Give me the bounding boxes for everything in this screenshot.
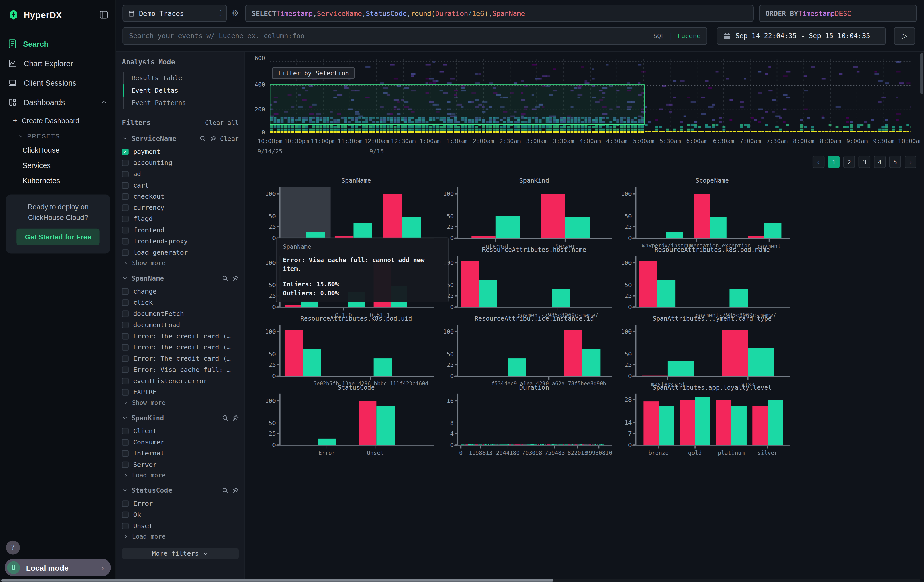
presets-toggle[interactable]: PRESETS [0,129,116,143]
inlier-bar[interactable] [390,286,407,307]
filter-checkbox-row[interactable]: documentLoad [122,319,239,330]
inlier-bar[interactable] [768,400,783,445]
mode-lucene-toggle[interactable]: Lucene [677,32,701,40]
outlier-bar[interactable] [639,261,657,307]
pagination-page-3[interactable]: 3 [858,156,870,168]
facet-pin-icon[interactable] [232,487,239,494]
filter-group-title[interactable]: ServiceName [131,134,176,143]
inlier-bar[interactable] [508,359,526,376]
outlier-bar[interactable] [748,236,765,238]
filter-checkbox-row[interactable]: flagd [122,213,239,224]
sidebar-item-search[interactable]: Search [0,34,116,54]
outlier-bar[interactable] [383,194,402,238]
filter-checkbox-row[interactable]: cart [122,180,239,190]
clear-all-button[interactable]: Clear all [205,119,239,126]
chart-plot[interactable]: 10050250@hyperdx/instrumentation-excepti… [636,190,787,238]
outlier-bar[interactable] [284,304,301,307]
chevron-down-icon[interactable] [122,275,128,281]
filter-checkbox-row[interactable]: change [122,286,239,297]
checkbox-unchecked[interactable] [122,355,129,362]
outlier-bar[interactable] [541,194,566,238]
inlier-bar[interactable] [748,348,774,376]
filter-checkbox-row[interactable]: Error: Visa cache full: … [122,364,239,375]
show-more-button[interactable]: Show more [123,259,239,267]
filter-checkbox-row[interactable]: documentFetch [122,308,239,319]
heatmap-selection-region[interactable] [270,84,645,125]
filter-checkbox-row[interactable]: frontend-proxy [122,236,239,246]
filter-checkbox-row[interactable]: Ok [122,509,239,520]
filter-checkbox-row[interactable]: Client [122,425,239,436]
checkbox-unchecked[interactable] [122,193,129,199]
mode-sql-toggle[interactable]: SQL [653,32,665,40]
facet-search-icon[interactable] [200,135,206,142]
filter-by-selection-button[interactable]: Filter by Selection [272,67,355,79]
inlier-bar[interactable] [479,280,497,307]
filter-checkbox-row[interactable]: accounting [122,157,239,168]
checkbox-unchecked[interactable] [122,461,129,468]
checkbox-unchecked[interactable] [122,182,129,188]
facet-search-icon[interactable] [222,275,229,282]
checkbox-unchecked[interactable] [122,288,129,295]
preset-link-clickhouse[interactable]: ClickHouse [0,143,116,158]
checkbox-unchecked[interactable] [122,299,129,306]
vertical-scrollbar-thumb[interactable] [921,53,924,94]
chart-plot[interactable]: 10050250mastercardvisa [636,328,787,376]
chart-plot[interactable]: 10050250 [280,190,431,238]
checkbox-unchecked[interactable] [122,238,129,244]
filter-checkbox-row[interactable]: Server [122,459,239,470]
checkbox-unchecked[interactable] [122,171,129,177]
filter-checkbox-row[interactable]: frontend [122,224,239,235]
filter-checkbox-row[interactable]: Error: The credit card (… [122,353,239,364]
inlier-bar[interactable] [582,349,601,376]
checkbox-unchecked[interactable] [122,389,129,395]
outlier-bar[interactable] [359,401,377,445]
chart-plot[interactable]: 10050250ErrorUnset [280,397,431,445]
outlier-bar[interactable] [716,400,731,445]
mode-event-patterns[interactable]: Event Patterns [123,97,239,109]
mode-event-deltas[interactable]: Event Deltas [123,84,239,97]
pagination-page-2[interactable]: 2 [843,156,855,168]
facet-search-icon[interactable] [222,415,229,421]
inlier-bar[interactable] [496,216,520,238]
checkbox-unchecked[interactable] [122,523,129,529]
checkbox-unchecked[interactable] [122,378,129,384]
sidebar-item-dashboards[interactable]: Dashboards [0,92,116,112]
inlier-bar[interactable] [402,217,421,238]
checkbox-unchecked[interactable] [122,227,129,233]
filter-checkbox-row[interactable]: EXPIRE [122,387,239,397]
inlier-bar[interactable] [710,217,727,238]
search-input[interactable] [129,32,653,40]
checkbox-unchecked[interactable] [122,249,129,256]
filter-checkbox-row[interactable]: Error: The credit card (… [122,342,239,353]
checkbox-unchecked[interactable] [122,511,129,518]
outlier-bar[interactable] [374,263,390,307]
outlier-bar[interactable] [642,376,668,376]
chart-plot[interactable]: 100502505e02b5fb-13ae-4296-bbbc-111f423c… [280,328,431,376]
filter-checkbox-row[interactable]: currency [122,202,239,213]
inlier-bar[interactable] [348,292,365,307]
inlier-bar[interactable] [658,406,674,445]
preset-link-kubernetes[interactable]: Kubernetes [0,173,116,189]
pagination-page-5[interactable]: 5 [889,156,901,168]
inlier-bar[interactable] [374,359,392,376]
inlier-bar[interactable] [552,290,570,307]
create-dashboard-button[interactable]: + Create Dashboard [0,112,116,129]
inlier-bar[interactable] [657,280,675,307]
facet-pin-icon[interactable] [232,415,239,421]
filter-group-title[interactable]: SpanName [131,274,164,282]
chevron-down-icon[interactable] [122,136,128,142]
filter-checkbox-row[interactable]: eventListener.error [122,376,239,386]
filter-checkbox-row[interactable]: Consumer [122,437,239,447]
chart-plot[interactable]: 1684001198813294418070309875948382201399… [458,397,609,445]
inlier-bar[interactable] [353,223,373,238]
filter-checkbox-row[interactable]: load-generator [122,247,239,257]
filter-checkbox-row[interactable]: ad [122,168,239,179]
sidebar-item-chart-explorer[interactable]: Chart Explorer [0,54,116,73]
sql-select-editor[interactable]: SELECT Timestamp, ServiceName, StatusCod… [245,5,754,22]
outlier-bar[interactable] [564,330,582,376]
pagination-prev-button[interactable]: ‹ [813,156,825,168]
pagination-page-4[interactable]: 4 [874,156,886,168]
outlier-bar[interactable] [284,330,303,376]
checkbox-unchecked[interactable] [122,160,129,166]
checkbox-unchecked[interactable] [122,333,129,339]
